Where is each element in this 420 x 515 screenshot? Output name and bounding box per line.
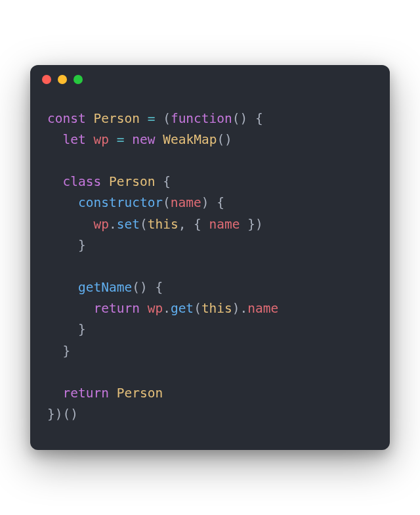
code-token	[47, 217, 93, 232]
code-block: const Person = (function() { let wp = ne…	[30, 94, 390, 451]
code-window: const Person = (function() { let wp = ne…	[30, 65, 390, 451]
code-token: (	[155, 111, 170, 126]
code-token: function	[171, 111, 232, 126]
code-token: (	[194, 301, 201, 316]
code-token	[47, 301, 93, 316]
code-token	[47, 280, 78, 295]
code-token: get	[171, 301, 194, 316]
code-token: wp	[93, 132, 108, 147]
code-token: this	[201, 301, 232, 316]
code-token: () {	[232, 111, 263, 126]
code-token: (	[163, 195, 171, 210]
code-token: Person	[93, 111, 139, 126]
code-token: class	[62, 174, 101, 189]
code-token: () {	[132, 280, 163, 295]
code-token: ()	[217, 132, 232, 147]
code-token: })()	[47, 407, 78, 422]
code-token: }	[47, 322, 86, 337]
code-token: WeakMap	[163, 132, 217, 147]
code-token: getName	[78, 280, 132, 295]
code-token	[47, 132, 62, 147]
code-token: name	[247, 301, 278, 316]
code-token: .	[109, 217, 117, 232]
code-token	[47, 195, 78, 210]
code-token	[86, 111, 94, 126]
code-token: ).	[232, 301, 247, 316]
code-token: Person	[109, 174, 155, 189]
code-token	[140, 301, 148, 316]
code-token: }	[47, 344, 70, 359]
code-token: , {	[178, 217, 209, 232]
code-token	[109, 132, 117, 147]
code-token	[140, 111, 148, 126]
code-token: })	[240, 217, 263, 232]
code-token: name	[209, 217, 240, 232]
code-token: .	[163, 301, 171, 316]
window-titlebar	[30, 65, 390, 94]
code-token	[101, 174, 109, 189]
code-token: wp	[148, 301, 163, 316]
code-token: =	[148, 111, 156, 126]
minimize-icon[interactable]	[58, 75, 67, 84]
code-token: }	[47, 238, 86, 253]
code-token	[109, 386, 117, 401]
code-token: name	[171, 195, 201, 210]
code-token: constructor	[78, 195, 163, 210]
code-token	[124, 132, 132, 147]
close-icon[interactable]	[42, 75, 51, 84]
code-token: wp	[93, 217, 108, 232]
code-token: set	[117, 217, 140, 232]
code-token: =	[117, 132, 125, 147]
code-token: {	[155, 174, 170, 189]
code-token	[47, 174, 62, 189]
code-token: const	[47, 111, 86, 126]
zoom-icon[interactable]	[74, 75, 83, 84]
code-token: (	[140, 217, 148, 232]
code-token	[155, 132, 163, 147]
code-token: this	[148, 217, 178, 232]
code-token: return	[62, 386, 108, 401]
code-token	[47, 386, 62, 401]
code-token: return	[93, 301, 139, 316]
code-token: ) {	[201, 195, 224, 210]
code-token: let	[62, 132, 85, 147]
code-token: new	[132, 132, 155, 147]
code-token	[86, 132, 94, 147]
code-token: Person	[117, 386, 163, 401]
